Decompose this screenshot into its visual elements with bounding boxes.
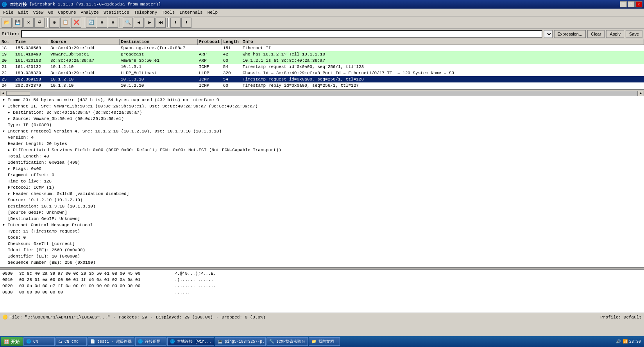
table-row[interactable]: 20161.4201033c:8c:40:2a:39:a7Vmware_3b:5… xyxy=(0,57,644,64)
detail-line: Identifier (BE): 2560 (0x0a00) xyxy=(0,247,644,253)
filter-label: Filter: xyxy=(2,32,20,36)
taskbar-item-3[interactable]: 🌐 连接组网 xyxy=(135,337,166,346)
menu-item-help[interactable]: Help xyxy=(205,9,220,16)
col-len: Length xyxy=(222,39,241,45)
detail-line[interactable]: ▾ Frame 23: 54 bytes on wire (432 bits),… xyxy=(0,97,644,103)
apply-button[interactable]: Apply xyxy=(606,30,624,38)
toolbar-btn-5[interactable]: 📋 xyxy=(60,18,70,28)
table-row[interactable]: 24202.37237910.1.3.1010.1.2.10ICMP60Time… xyxy=(0,82,644,89)
menu-item-view[interactable]: View xyxy=(31,9,46,16)
table-cell: 3c:8c:40:29:ef:dd xyxy=(49,70,119,76)
menu-item-tools[interactable]: Tools xyxy=(159,9,177,16)
toolbar-separator xyxy=(46,18,48,27)
detail-line[interactable]: ▸ Flags: 0x00 xyxy=(0,166,644,172)
expression-button[interactable]: Expression... xyxy=(554,30,586,38)
toolbar-btn-12[interactable]: ▶ xyxy=(145,18,155,28)
detail-line[interactable]: ▾ Ethernet II, Src: Vmware_3b:50:e1 (00:… xyxy=(0,103,644,109)
toolbar-btn-9[interactable]: ⊖ xyxy=(108,18,118,28)
toolbar-btn-6[interactable]: ❌ xyxy=(71,18,81,28)
save-button[interactable]: Save xyxy=(626,30,642,38)
detail-line: Version: 4 xyxy=(0,134,644,141)
filter-input[interactable] xyxy=(21,30,542,38)
table-row[interactable]: 23202.36915810.1.2.1010.1.3.10ICMP54Time… xyxy=(0,76,644,82)
table-cell: 202.369158 xyxy=(14,76,49,82)
toolbar-btn-11[interactable]: ◀ xyxy=(134,18,144,28)
detail-line: Type: IP (0x0800) xyxy=(0,122,644,128)
close-button[interactable]: ✕ xyxy=(635,1,642,7)
hscroll[interactable]: ◀ ▶ xyxy=(0,90,644,96)
detail-line: Identification: 0x01ea (490) xyxy=(0,159,644,166)
hscroll-left[interactable]: ◀ xyxy=(0,91,6,96)
status-icon: 🟡 xyxy=(2,315,8,320)
menu-bar: FileEditViewGoCaptureAnalyzeStatisticsTe… xyxy=(0,9,644,16)
taskbar-item-2[interactable]: 📄 test1 - 超级终端 xyxy=(88,337,134,346)
toolbar-btn-10[interactable]: 🔍 xyxy=(123,18,133,28)
detail-line[interactable]: ▸ Differentiated Services Field: 0x00 (D… xyxy=(0,147,644,153)
toolbar: 📂💾✕🖨⚙📋❌🔄⊕⊖🔍◀▶⏭⬆⬇ xyxy=(0,16,644,29)
detail-line: Type: 13 (Timestamp request) xyxy=(0,228,644,234)
table-row[interactable]: 21161.42013210.1.2.1010.1.3.1ICMP54Times… xyxy=(0,64,644,70)
title-bar: 🌐 本地连接 [Wireshark 1.11.3 (v1.11.3-0-g1dd… xyxy=(0,0,644,9)
toolbar-btn-15[interactable]: ⬇ xyxy=(181,18,191,28)
table-cell: Chassis Id = 3c:8c:40:29:ef:a8 Port Id =… xyxy=(241,70,644,76)
start-button[interactable]: 🪟 开始 xyxy=(1,337,23,346)
detail-line[interactable]: ▸ Source: Vmware_3b:50:e1 (00:0c:29:3b:5… xyxy=(0,116,644,122)
taskbar-item-7[interactable]: 📁 我的文档 xyxy=(309,337,340,346)
taskbar-item-0[interactable]: 🌐 CN xyxy=(23,337,55,346)
hscroll-right[interactable]: ▶ xyxy=(638,91,644,96)
table-cell: 161.420132 xyxy=(14,64,49,70)
taskbar-item-6[interactable]: 🔧 ICMP协议实验台 xyxy=(267,337,308,346)
detail-line[interactable]: ▸ Destination: 3c:8c:40:2a:39:a7 (3c:8c:… xyxy=(0,109,644,116)
toolbar-btn-7[interactable]: 🔄 xyxy=(86,18,96,28)
packet-detail: ▾ Frame 23: 54 bytes on wire (432 bits),… xyxy=(0,96,644,268)
toolbar-btn-2[interactable]: ✕ xyxy=(23,18,34,28)
taskbar: 🪟 开始 🌐 CN🗂 CN cmd📄 test1 - 超级终端🌐 连接组网🌐 本… xyxy=(0,336,644,347)
toolbar-separator xyxy=(167,18,169,27)
toolbar-btn-14[interactable]: ⬆ xyxy=(170,18,181,28)
detail-line[interactable]: ▾ Internet Control Message Protocol xyxy=(0,222,644,228)
toolbar-btn-3[interactable]: 🖨 xyxy=(34,18,45,28)
hex-dump: 00003c 8c 40 2a 39 a7 00 0c 29 3b 50 e1 … xyxy=(0,270,644,313)
table-cell: Spanning-tree-(for-0x88a7 xyxy=(119,45,197,51)
taskbar-item-1[interactable]: 🗂 CN cmd xyxy=(55,337,87,346)
start-icon: 🪟 xyxy=(4,339,9,344)
toolbar-btn-4[interactable]: ⚙ xyxy=(49,18,59,28)
table-cell: Who has 10.1.2.1? Tell 10.1.2.10 xyxy=(241,51,644,57)
hscroll-thumb[interactable] xyxy=(7,91,30,96)
menu-item-telephony[interactable]: Telephony xyxy=(132,9,159,16)
menu-item-file[interactable]: File xyxy=(1,9,16,16)
minimize-button[interactable]: ─ xyxy=(620,1,627,7)
table-cell: 320 xyxy=(222,70,241,76)
menu-item-statistics[interactable]: Statistics xyxy=(101,9,132,16)
table-cell: 151 xyxy=(222,45,241,51)
menu-item-capture[interactable]: Capture xyxy=(55,9,78,16)
toolbar-btn-1[interactable]: 💾 xyxy=(13,18,23,28)
menu-item-edit[interactable]: Edit xyxy=(16,9,30,16)
detail-line[interactable]: ▸ Header checksum: 0x1fd6 [validation di… xyxy=(0,191,644,197)
hscroll-track[interactable] xyxy=(6,91,638,96)
menu-item-analyze[interactable]: Analyze xyxy=(79,9,101,16)
table-row[interactable]: 22180.0383293c:8c:40:29:ef:ddLLDP_Multic… xyxy=(0,70,644,76)
toolbar-btn-13[interactable]: ⏭ xyxy=(156,18,166,28)
taskbar-item-5[interactable]: 💻 ping5-193T3257-p... xyxy=(215,337,266,346)
table-cell: 20 xyxy=(0,57,14,64)
clear-button[interactable]: Clear xyxy=(587,30,605,38)
status-sep1: · xyxy=(113,315,116,320)
hex-offset: 0030 xyxy=(2,289,16,295)
toolbar-btn-0[interactable]: 📂 xyxy=(2,18,12,28)
filter-dropdown[interactable] xyxy=(544,30,553,38)
taskbar-item-4[interactable]: 🌐 本地连接 [Wir... xyxy=(167,337,214,346)
hex-offset: 0020 xyxy=(2,283,16,289)
menu-item-internals[interactable]: Internals xyxy=(177,9,205,16)
detail-line: Source: 10.1.2.10 (10.1.2.10) xyxy=(0,197,644,203)
table-cell: 161.418490 xyxy=(14,51,49,57)
table-row[interactable]: 19161.418490Vmware_3b:50:e1BroadcastARP4… xyxy=(0,51,644,57)
table-row[interactable]: 18155.0365683c:8c:40:29:ef:ddSpanning-tr… xyxy=(0,45,644,51)
toolbar-btn-8[interactable]: ⊕ xyxy=(97,18,107,28)
detail-line: Header Length: 20 bytes xyxy=(0,141,644,147)
filter-bar: Filter: Expression... Clear Apply Save xyxy=(0,29,644,39)
detail-line[interactable]: ▾ Internet Protocol Version 4, Src: 10.1… xyxy=(0,128,644,134)
maximize-button[interactable]: □ xyxy=(628,1,635,7)
menu-item-go[interactable]: Go xyxy=(46,9,55,16)
hex-line: 003000 00 00 00 00 00...... xyxy=(2,289,642,295)
